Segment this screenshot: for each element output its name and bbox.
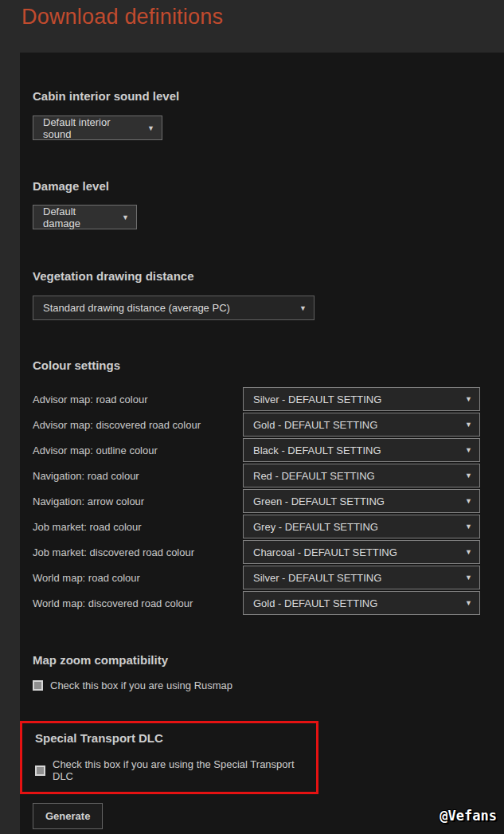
colour-row: Advisor map: outline colour Black - DEFA… xyxy=(33,437,500,463)
cabin-sound-select-value: Default interior sound xyxy=(43,116,138,140)
vegetation-distance-heading: Vegetation drawing distance xyxy=(33,269,500,284)
navigation-road-colour-select[interactable]: Red - DEFAULT SETTING ▼ xyxy=(243,464,480,487)
world-map-road-colour-select[interactable]: Silver - DEFAULT SETTING ▼ xyxy=(243,566,480,589)
colour-row: World map: road colour Silver - DEFAULT … xyxy=(33,565,500,590)
damage-level-heading: Damage level xyxy=(33,179,500,194)
world-map-discovered-road-colour-label: World map: discovered road colour xyxy=(33,597,243,609)
chevron-down-icon: ▼ xyxy=(465,472,472,480)
world-map-road-colour-value: Silver - DEFAULT SETTING xyxy=(253,572,381,584)
chevron-down-icon: ▼ xyxy=(465,523,472,531)
navigation-arrow-colour-select[interactable]: Green - DEFAULT SETTING ▼ xyxy=(243,489,480,513)
advisor-road-colour-value: Silver - DEFAULT SETTING xyxy=(253,394,381,405)
world-map-discovered-road-colour-value: Gold - DEFAULT SETTING xyxy=(253,597,377,609)
chevron-down-icon: ▼ xyxy=(465,574,472,581)
damage-level-select[interactable]: Default damage ▼ xyxy=(33,205,137,229)
advisor-outline-colour-value: Black - DEFAULT SETTING xyxy=(253,444,381,456)
vegetation-distance-select-value: Standard drawing distance (average PC) xyxy=(43,302,230,314)
vegetation-distance-select[interactable]: Standard drawing distance (average PC) ▼ xyxy=(33,296,315,320)
special-transport-heading: Special Transport DLC xyxy=(35,731,308,746)
colour-row: Advisor map: discovered road colour Gold… xyxy=(33,412,500,437)
colour-settings-heading: Colour settings xyxy=(33,358,500,373)
navigation-arrow-colour-value: Green - DEFAULT SETTING xyxy=(253,495,385,507)
page-title: Download definitions xyxy=(21,5,223,29)
job-market-discovered-road-colour-label: Job market: discovered road colour xyxy=(33,546,243,558)
special-transport-checkbox-label: Check this box if you are using the Spec… xyxy=(53,758,308,782)
job-market-road-colour-value: Grey - DEFAULT SETTING xyxy=(253,521,378,533)
annotation-highlight-box: Special Transport DLC Check this box if … xyxy=(20,721,318,794)
job-market-road-colour-label: Job market: road colour xyxy=(33,521,243,533)
colour-row: Job market: discovered road colour Charc… xyxy=(33,539,500,565)
chevron-down-icon: ▼ xyxy=(465,395,472,403)
colour-settings-rows: Advisor map: road colour Silver - DEFAUL… xyxy=(33,386,500,616)
rusmap-checkbox-label: Check this box if you are using Rusmap xyxy=(50,679,232,691)
chevron-down-icon: ▼ xyxy=(465,421,472,429)
job-market-road-colour-select[interactable]: Grey - DEFAULT SETTING ▼ xyxy=(243,515,480,538)
job-market-discovered-road-colour-value: Charcoal - DEFAULT SETTING xyxy=(253,546,397,558)
special-transport-checkbox-row: Check this box if you are using the Spec… xyxy=(35,758,308,782)
colour-row: Advisor map: road colour Silver - DEFAUL… xyxy=(33,386,500,412)
chevron-down-icon: ▼ xyxy=(122,213,129,221)
colour-row: Navigation: road colour Red - DEFAULT SE… xyxy=(33,463,500,488)
form-panel: Cabin interior sound level Default inter… xyxy=(20,53,504,834)
advisor-road-colour-label: Advisor map: road colour xyxy=(33,394,243,405)
advisor-outline-colour-select[interactable]: Black - DEFAULT SETTING ▼ xyxy=(243,438,480,462)
rusmap-checkbox-row: Check this box if you are using Rusmap xyxy=(33,679,500,691)
chevron-down-icon: ▼ xyxy=(147,124,154,132)
watermark: @Vefans xyxy=(440,808,497,824)
chevron-down-icon: ▼ xyxy=(465,548,472,556)
chevron-down-icon: ▼ xyxy=(299,304,307,312)
generate-button[interactable]: Generate xyxy=(33,803,103,829)
advisor-discovered-road-colour-label: Advisor map: discovered road colour xyxy=(33,419,243,431)
cabin-sound-heading: Cabin interior sound level xyxy=(33,89,500,104)
navigation-road-colour-label: Navigation: road colour xyxy=(33,470,243,482)
navigation-road-colour-value: Red - DEFAULT SETTING xyxy=(253,470,375,482)
world-map-road-colour-label: World map: road colour xyxy=(33,572,243,584)
chevron-down-icon: ▼ xyxy=(465,446,472,454)
advisor-discovered-road-colour-select[interactable]: Gold - DEFAULT SETTING ▼ xyxy=(243,413,480,437)
rusmap-checkbox[interactable] xyxy=(33,680,43,691)
advisor-road-colour-select[interactable]: Silver - DEFAULT SETTING ▼ xyxy=(243,387,480,411)
navigation-arrow-colour-label: Navigation: arrow colour xyxy=(33,495,243,507)
cabin-sound-select[interactable]: Default interior sound ▼ xyxy=(33,116,162,140)
special-transport-checkbox[interactable] xyxy=(35,765,45,776)
damage-level-select-value: Default damage xyxy=(43,206,112,229)
world-map-discovered-road-colour-select[interactable]: Gold - DEFAULT SETTING ▼ xyxy=(243,591,480,615)
map-zoom-heading: Map zoom compatibility xyxy=(33,653,500,668)
chevron-down-icon: ▼ xyxy=(465,599,472,607)
chevron-down-icon: ▼ xyxy=(465,497,472,505)
colour-row: Job market: road colour Grey - DEFAULT S… xyxy=(33,514,500,539)
job-market-discovered-road-colour-select[interactable]: Charcoal - DEFAULT SETTING ▼ xyxy=(243,540,480,564)
colour-row: World map: discovered road colour Gold -… xyxy=(33,590,500,616)
colour-row: Navigation: arrow colour Green - DEFAULT… xyxy=(33,488,500,514)
advisor-discovered-road-colour-value: Gold - DEFAULT SETTING xyxy=(253,419,377,431)
advisor-outline-colour-label: Advisor map: outline colour xyxy=(33,444,243,456)
